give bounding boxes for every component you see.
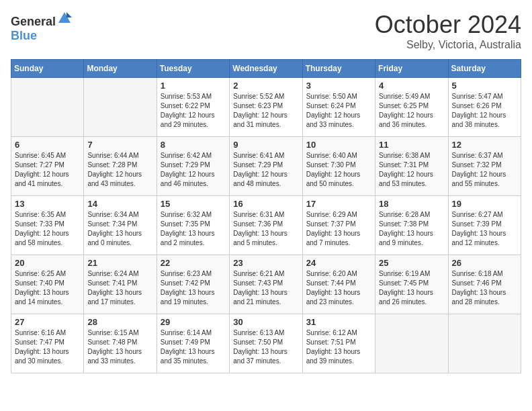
day-number: 24 — [306, 258, 371, 268]
day-number: 27 — [15, 317, 80, 327]
calendar-cell: 21Sunrise: 6:24 AMSunset: 7:41 PMDayligh… — [84, 255, 157, 314]
sunrise-text: Sunrise: 6:19 AM — [379, 270, 430, 277]
daylight-text: Daylight: 13 hours and 19 minutes. — [161, 289, 215, 306]
calendar-cell: 24Sunrise: 6:20 AMSunset: 7:44 PMDayligh… — [302, 255, 375, 314]
sunrise-text: Sunrise: 6:42 AM — [161, 152, 212, 159]
logo-blue: Blue — [11, 29, 37, 42]
day-number: 28 — [87, 317, 152, 327]
day-number: 30 — [233, 317, 298, 327]
daylight-text: Daylight: 12 hours and 36 minutes. — [379, 111, 433, 128]
cell-info: Sunrise: 6:44 AMSunset: 7:28 PMDaylight:… — [87, 151, 152, 189]
cell-info: Sunrise: 5:47 AMSunset: 6:26 PMDaylight:… — [452, 92, 517, 130]
cell-info: Sunrise: 6:28 AMSunset: 7:38 PMDaylight:… — [379, 210, 444, 248]
calendar-week-row: 20Sunrise: 6:25 AMSunset: 7:40 PMDayligh… — [11, 255, 521, 314]
cell-info: Sunrise: 6:12 AMSunset: 7:51 PMDaylight:… — [306, 328, 371, 366]
cell-info: Sunrise: 5:50 AMSunset: 6:24 PMDaylight:… — [306, 92, 371, 130]
sunset-text: Sunset: 7:49 PM — [161, 338, 210, 346]
sunrise-text: Sunrise: 6:44 AM — [87, 152, 138, 159]
logo-general: General — [11, 15, 56, 28]
sunrise-text: Sunrise: 5:50 AM — [306, 93, 357, 100]
calendar-cell: 6Sunrise: 6:45 AMSunset: 7:27 PMDaylight… — [11, 137, 84, 196]
day-number: 29 — [161, 317, 226, 327]
daylight-text: Daylight: 13 hours and 37 minutes. — [233, 348, 287, 365]
sunset-text: Sunset: 7:31 PM — [379, 161, 429, 169]
calendar-cell: 20Sunrise: 6:25 AMSunset: 7:40 PMDayligh… — [11, 255, 84, 314]
cell-info: Sunrise: 6:19 AMSunset: 7:45 PMDaylight:… — [379, 269, 444, 307]
daylight-text: Daylight: 12 hours and 58 minutes. — [15, 230, 69, 246]
daylight-text: Daylight: 12 hours and 41 minutes. — [15, 171, 69, 187]
calendar-week-row: 1Sunrise: 5:53 AMSunset: 6:22 PMDaylight… — [11, 78, 521, 137]
cell-info: Sunrise: 6:38 AMSunset: 7:31 PMDaylight:… — [379, 151, 444, 189]
cell-info: Sunrise: 6:27 AMSunset: 7:39 PMDaylight:… — [452, 210, 517, 248]
sunrise-text: Sunrise: 6:38 AM — [379, 152, 430, 159]
calendar-cell: 30Sunrise: 6:13 AMSunset: 7:50 PMDayligh… — [230, 314, 302, 373]
daylight-text: Daylight: 13 hours and 35 minutes. — [161, 348, 215, 365]
calendar-cell: 27Sunrise: 6:16 AMSunset: 7:47 PMDayligh… — [11, 314, 84, 373]
sunrise-text: Sunrise: 6:24 AM — [87, 270, 138, 277]
header-friday: Friday — [375, 60, 448, 78]
sunrise-text: Sunrise: 6:32 AM — [161, 211, 212, 218]
daylight-text: Daylight: 12 hours and 29 minutes. — [161, 111, 215, 128]
sunrise-text: Sunrise: 6:40 AM — [306, 152, 357, 159]
cell-info: Sunrise: 6:18 AMSunset: 7:46 PMDaylight:… — [452, 269, 517, 307]
daylight-text: Daylight: 13 hours and 23 minutes. — [306, 289, 361, 306]
cell-info: Sunrise: 6:24 AMSunset: 7:41 PMDaylight:… — [87, 269, 152, 307]
cell-info: Sunrise: 6:29 AMSunset: 7:37 PMDaylight:… — [306, 210, 371, 248]
sunrise-text: Sunrise: 6:34 AM — [87, 211, 138, 218]
cell-info: Sunrise: 6:16 AMSunset: 7:47 PMDaylight:… — [15, 328, 80, 366]
daylight-text: Daylight: 12 hours and 46 minutes. — [161, 171, 215, 187]
cell-info: Sunrise: 6:14 AMSunset: 7:49 PMDaylight:… — [161, 328, 226, 366]
cell-info: Sunrise: 6:21 AMSunset: 7:43 PMDaylight:… — [233, 269, 298, 307]
cell-info: Sunrise: 6:13 AMSunset: 7:50 PMDaylight:… — [233, 328, 298, 366]
page-header: General Blue October 2024 Selby, Victori… — [11, 11, 521, 51]
day-number: 23 — [233, 258, 298, 268]
calendar-cell: 28Sunrise: 6:15 AMSunset: 7:48 PMDayligh… — [84, 314, 157, 373]
calendar-cell — [375, 314, 448, 373]
daylight-text: Daylight: 12 hours and 38 minutes. — [452, 111, 506, 128]
day-number: 31 — [306, 317, 371, 327]
daylight-text: Daylight: 13 hours and 7 minutes. — [306, 230, 361, 246]
cell-info: Sunrise: 6:23 AMSunset: 7:42 PMDaylight:… — [161, 269, 226, 307]
calendar-cell: 16Sunrise: 6:31 AMSunset: 7:36 PMDayligh… — [230, 196, 302, 255]
logo: General Blue — [11, 11, 72, 43]
calendar-cell: 15Sunrise: 6:32 AMSunset: 7:35 PMDayligh… — [157, 196, 229, 255]
calendar-cell: 17Sunrise: 6:29 AMSunset: 7:37 PMDayligh… — [302, 196, 375, 255]
calendar-cell: 12Sunrise: 6:37 AMSunset: 7:32 PMDayligh… — [448, 137, 521, 196]
day-number: 3 — [306, 81, 371, 91]
sunset-text: Sunset: 7:36 PM — [233, 220, 283, 228]
sunrise-text: Sunrise: 6:20 AM — [306, 270, 357, 277]
day-number: 11 — [379, 140, 444, 150]
sunset-text: Sunset: 7:48 PM — [87, 338, 137, 346]
daylight-text: Daylight: 12 hours and 33 minutes. — [306, 111, 361, 128]
day-number: 19 — [452, 199, 517, 209]
daylight-text: Daylight: 13 hours and 28 minutes. — [452, 289, 506, 306]
day-number: 17 — [306, 199, 371, 209]
calendar-cell: 25Sunrise: 6:19 AMSunset: 7:45 PMDayligh… — [375, 255, 448, 314]
sunset-text: Sunset: 7:45 PM — [379, 279, 429, 287]
day-number: 5 — [452, 81, 517, 91]
sunset-text: Sunset: 7:30 PM — [306, 161, 356, 169]
calendar-cell: 10Sunrise: 6:40 AMSunset: 7:30 PMDayligh… — [302, 137, 375, 196]
calendar-week-row: 6Sunrise: 6:45 AMSunset: 7:27 PMDaylight… — [11, 137, 521, 196]
sunset-text: Sunset: 7:50 PM — [233, 338, 283, 346]
sunrise-text: Sunrise: 6:35 AM — [15, 211, 66, 218]
header-sunday: Sunday — [11, 60, 84, 78]
cell-info: Sunrise: 6:37 AMSunset: 7:32 PMDaylight:… — [452, 151, 517, 189]
sunrise-text: Sunrise: 5:47 AM — [452, 93, 503, 100]
day-number: 25 — [379, 258, 444, 268]
cell-info: Sunrise: 5:53 AMSunset: 6:22 PMDaylight:… — [161, 92, 226, 130]
day-number: 9 — [233, 140, 298, 150]
sunset-text: Sunset: 7:41 PM — [87, 279, 137, 287]
cell-info: Sunrise: 6:34 AMSunset: 7:34 PMDaylight:… — [87, 210, 152, 248]
day-number: 20 — [15, 258, 80, 268]
calendar-cell: 8Sunrise: 6:42 AMSunset: 7:29 PMDaylight… — [157, 137, 229, 196]
sunrise-text: Sunrise: 6:45 AM — [15, 152, 66, 159]
cell-info: Sunrise: 6:45 AMSunset: 7:27 PMDaylight:… — [15, 151, 80, 189]
sunrise-text: Sunrise: 5:53 AM — [161, 93, 212, 100]
sunset-text: Sunset: 6:26 PM — [452, 102, 502, 109]
day-number: 15 — [161, 199, 226, 209]
daylight-text: Daylight: 13 hours and 0 minutes. — [87, 230, 142, 246]
calendar-cell: 14Sunrise: 6:34 AMSunset: 7:34 PMDayligh… — [84, 196, 157, 255]
sunset-text: Sunset: 7:39 PM — [452, 220, 502, 228]
cell-info: Sunrise: 6:41 AMSunset: 7:29 PMDaylight:… — [233, 151, 298, 189]
